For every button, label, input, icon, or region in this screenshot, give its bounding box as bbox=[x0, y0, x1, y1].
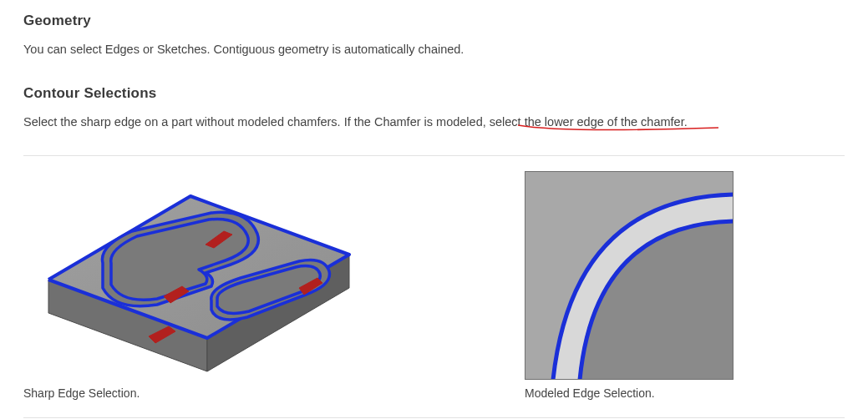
sharp-edge-illustration bbox=[23, 163, 358, 380]
caption-modeled-edge: Modeled Edge Selection. bbox=[525, 385, 733, 403]
figure-sharp-edge: Sharp Edge Selection. bbox=[23, 163, 358, 403]
heading-geometry: Geometry bbox=[23, 10, 845, 32]
text-contour-a: Select the sharp edge on a part without … bbox=[23, 115, 518, 129]
text-geometry-desc: You can select Edges or Sketches. Contig… bbox=[23, 40, 845, 58]
figure-row: Sharp Edge Selection. Modeled Edge Selec… bbox=[23, 155, 845, 419]
heading-contour: Contour Selections bbox=[23, 83, 845, 104]
annotated-span: t the lower edge of the chamfer. bbox=[518, 115, 688, 129]
caption-sharp-edge: Sharp Edge Selection. bbox=[23, 385, 358, 403]
text-contour-b: t the lower edge of the chamfer. bbox=[518, 115, 688, 129]
text-contour-desc: Select the sharp edge on a part without … bbox=[23, 113, 845, 131]
figure-modeled-edge: Modeled Edge Selection. bbox=[525, 171, 733, 403]
modeled-edge-illustration bbox=[525, 171, 733, 380]
